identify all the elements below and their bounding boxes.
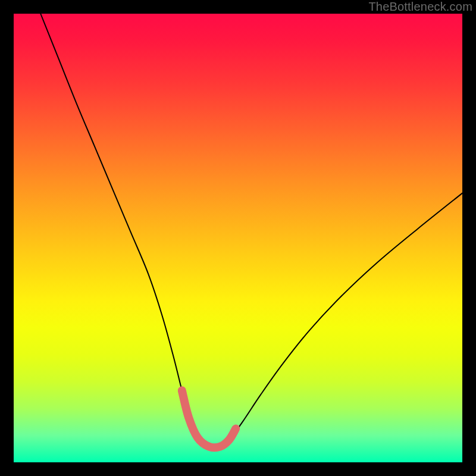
bottleneck-curve bbox=[40, 14, 462, 447]
chart-stage: TheBottleneck.com bbox=[0, 0, 476, 476]
optimal-band-highlight bbox=[182, 390, 236, 447]
watermark-text: TheBottleneck.com bbox=[368, 0, 472, 14]
plot-area bbox=[14, 14, 462, 462]
chart-svg bbox=[14, 14, 462, 462]
